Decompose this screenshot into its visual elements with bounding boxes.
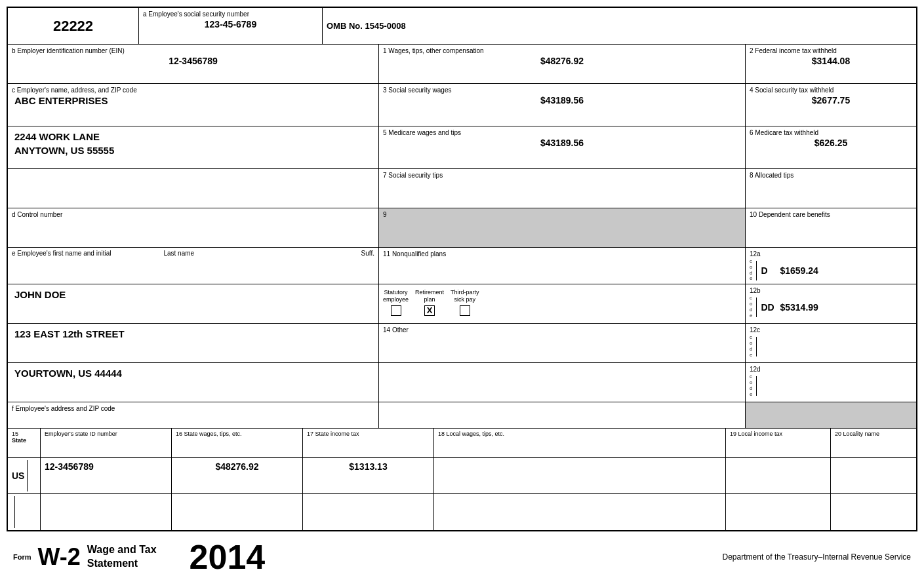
footer-form-label: Form xyxy=(13,553,31,561)
box6-label: 6 Medicare tax withheld xyxy=(750,129,818,136)
footer-title-line1: Wage and Tax xyxy=(87,543,157,557)
box17-label: 17 State income tax xyxy=(307,431,359,437)
employee-name-label: e Employee's first name and initial xyxy=(12,250,111,257)
ssn-label: a Employee's social security number xyxy=(143,10,249,18)
employee-suff-label: Suff. xyxy=(361,250,374,257)
local-tax1-cell xyxy=(726,458,831,493)
state1-cell: US xyxy=(8,458,41,493)
ssn-value: 123-45-6789 xyxy=(143,19,318,29)
box18-label: 18 Local wages, tips, etc. xyxy=(438,431,504,437)
box5-label: 5 Medicare wages and tips xyxy=(383,129,461,136)
box15b-label: Employer's state ID number xyxy=(45,431,117,437)
box12b-code-label: c o d e xyxy=(750,296,752,318)
employer-name-label: c Employer's name, address, and ZIP code xyxy=(12,86,137,94)
box12a-code-label: c o d e xyxy=(750,259,752,282)
box16-label: 16 State wages, tips, etc. xyxy=(176,431,242,437)
row-employee-addr2: YOURTOWN, US 44444 12d c o d e xyxy=(8,363,916,402)
box12a-value: $1659.24 xyxy=(780,265,818,276)
f-blank-cell xyxy=(379,402,746,428)
box4-value: $2677.75 xyxy=(750,95,912,106)
box12c-divider xyxy=(756,337,757,356)
employer-addr1: 2244 WORK LANE xyxy=(14,131,374,142)
state1-value: US xyxy=(12,470,24,481)
box14-cell: 14 Other xyxy=(379,324,746,362)
f-label-cell: f Employee's address and ZIP code xyxy=(8,402,379,428)
box13-retirement-label: Retirementplan xyxy=(415,289,444,303)
box12b-value: $5314.99 xyxy=(780,302,818,313)
box2-label: 2 Federal income tax withheld xyxy=(750,47,837,54)
box20-header: 20 Locality name xyxy=(831,429,916,457)
blank-left-cell xyxy=(8,169,379,208)
f-label: f Employee's address and ZIP code xyxy=(12,405,115,412)
employer-addr2: ANYTOWN, US 55555 xyxy=(14,145,374,156)
box12b-inner: c o d e DD $5314.99 xyxy=(750,296,912,318)
state-tax1-value: $1313.13 xyxy=(307,461,430,472)
box13-thirdparty-check xyxy=(460,305,470,316)
box4-label: 4 Social security tax withheld xyxy=(750,86,834,94)
box12b-cell: 12b c o d e DD $5314.99 xyxy=(746,284,916,323)
box10-cell: 10 Dependent care benefits xyxy=(746,208,916,247)
box13-statutory-label: Statutoryemployee xyxy=(383,289,409,303)
employee-name-header: e Employee's first name and initial Last… xyxy=(8,248,379,284)
ein-label: b Employer identification number (EIN) xyxy=(12,47,125,54)
state-tax1-cell: $1313.13 xyxy=(303,458,434,493)
footer-title-block: Wage and Tax Statement xyxy=(87,543,157,571)
locality1-cell xyxy=(831,458,916,493)
state1-divider xyxy=(27,460,28,491)
box17-header: 17 State income tax xyxy=(303,429,434,457)
box5-cell: 5 Medicare wages and tips $43189.56 xyxy=(379,126,746,168)
employee-lastname-label: Last name xyxy=(163,250,194,257)
box13-statutory-check xyxy=(391,305,401,316)
box1-cell: 1 Wages, tips, other compensation $48276… xyxy=(379,45,746,83)
ein-value: 12-3456789 xyxy=(12,56,374,66)
box9-label: 9 xyxy=(383,211,387,218)
box8-label: 8 Allocated tips xyxy=(750,172,793,179)
box12b-divider xyxy=(756,298,757,317)
form-number-cell: 22222 xyxy=(8,8,139,44)
box13-retirement: Retirementplan X xyxy=(415,289,444,316)
state2-cell xyxy=(8,494,41,530)
box13-thirdparty-label: Third-partysick pay xyxy=(451,289,479,303)
box13-cell: Statutoryemployee Retirementplan X Third… xyxy=(379,284,746,323)
box8-cell: 8 Allocated tips xyxy=(746,169,916,208)
box15b-header: Employer's state ID number xyxy=(41,429,172,457)
state-tax2-cell xyxy=(303,494,434,530)
state-header-row: 15 State Employer's state ID number 16 S… xyxy=(8,429,916,458)
box13-thirdparty: Third-partysick pay xyxy=(451,289,479,316)
state-id1-cell: 12-3456789 xyxy=(41,458,172,493)
state-data-row2 xyxy=(8,494,916,530)
footer-w2-label: W-2 xyxy=(38,545,81,569)
employer-name-value: ABC ENTERPRISES xyxy=(14,95,374,106)
local-tax2-cell xyxy=(726,494,831,530)
box6-cell: 6 Medicare tax withheld $626.25 xyxy=(746,126,916,168)
row-header: 22222 a Employee's social security numbe… xyxy=(8,8,916,45)
box1-value: $48276.92 xyxy=(383,56,741,66)
row-ein-wages: b Employer identification number (EIN) 1… xyxy=(8,45,916,84)
f-gray-cell xyxy=(746,402,916,428)
state-wages2-cell xyxy=(172,494,303,530)
state2-divider xyxy=(14,496,15,528)
box2-value: $3144.08 xyxy=(750,56,912,66)
control-label: d Control number xyxy=(12,211,62,218)
box13-inner: Statutoryemployee Retirementplan X Third… xyxy=(383,289,741,316)
box12a-code: D xyxy=(761,265,777,276)
box4-cell: 4 Social security tax withheld $2677.75 xyxy=(746,84,916,126)
local-wages1-cell xyxy=(434,458,726,493)
box13-statutory: Statutoryemployee xyxy=(383,289,409,316)
box3-cell: 3 Social security wages $43189.56 xyxy=(379,84,746,126)
row-tips: 7 Social security tips 8 Allocated tips xyxy=(8,169,916,208)
employee-name-value-cell: JOHN DOE xyxy=(8,284,379,323)
employee-addr1-value: 123 EAST 12th STREET xyxy=(14,328,374,339)
box7-label: 7 Social security tips xyxy=(383,172,443,179)
box14-label: 14 Other xyxy=(383,326,409,334)
locality2-cell xyxy=(831,494,916,530)
box3-label: 3 Social security wages xyxy=(383,86,452,94)
box11-label: 11 Nonqualified plans xyxy=(383,250,446,258)
control-cell: d Control number xyxy=(8,208,379,247)
box15-label: 15 xyxy=(12,431,18,437)
state-id1-value: 12-3456789 xyxy=(45,461,167,472)
footer-year: 2014 xyxy=(190,540,266,574)
employer-name-cell: c Employer's name, address, and ZIP code… xyxy=(8,84,379,126)
local-wages2-cell xyxy=(434,494,726,530)
row-f-label: f Employee's address and ZIP code xyxy=(8,402,916,429)
